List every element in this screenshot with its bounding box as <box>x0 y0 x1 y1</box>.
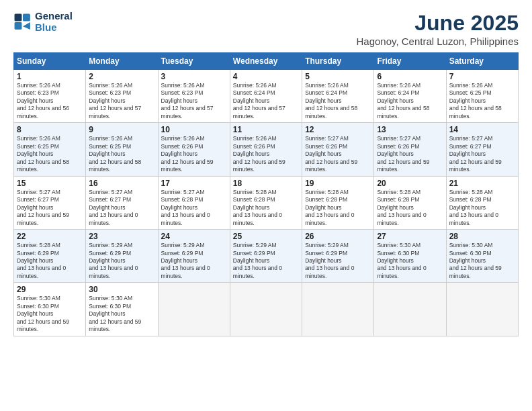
day-number: 23 <box>89 232 154 241</box>
calendar-cell <box>230 283 302 336</box>
calendar-week-row: 8 Sunrise: 5:26 AM Sunset: 6:25 PM Dayli… <box>14 123 519 176</box>
svg-marker-3 <box>23 22 30 30</box>
logo-icon <box>13 13 32 32</box>
calendar-cell: 24 Sunrise: 5:29 AM Sunset: 6:29 PM Dayl… <box>158 230 230 283</box>
calendar-cell: 11 Sunrise: 5:26 AM Sunset: 6:26 PM Dayl… <box>230 123 302 176</box>
cell-text: Sunrise: 5:29 AM Sunset: 6:29 PM Dayligh… <box>305 242 371 280</box>
cell-text: Sunrise: 5:26 AM Sunset: 6:23 PM Dayligh… <box>89 82 154 120</box>
day-number: 7 <box>449 72 515 81</box>
day-number: 16 <box>89 179 154 188</box>
col-sunday: Sunday <box>14 53 86 70</box>
svg-rect-1 <box>23 13 30 21</box>
day-number: 15 <box>17 179 83 188</box>
calendar-cell: 6 Sunrise: 5:26 AM Sunset: 6:24 PM Dayli… <box>374 70 446 123</box>
calendar-cell: 8 Sunrise: 5:26 AM Sunset: 6:25 PM Dayli… <box>14 123 86 176</box>
col-friday: Friday <box>374 53 446 70</box>
calendar-title: June 2025 <box>356 11 519 36</box>
svg-rect-2 <box>15 22 22 30</box>
logo-text: General Blue <box>35 11 73 33</box>
cell-text: Sunrise: 5:26 AM Sunset: 6:25 PM Dayligh… <box>17 135 83 173</box>
calendar-week-row: 15 Sunrise: 5:27 AM Sunset: 6:27 PM Dayl… <box>14 176 519 229</box>
calendar-cell: 14 Sunrise: 5:27 AM Sunset: 6:27 PM Dayl… <box>446 123 518 176</box>
calendar-cell: 2 Sunrise: 5:26 AM Sunset: 6:23 PM Dayli… <box>86 70 158 123</box>
calendar-cell: 10 Sunrise: 5:26 AM Sunset: 6:26 PM Dayl… <box>158 123 230 176</box>
day-number: 26 <box>305 232 371 241</box>
cell-text: Sunrise: 5:30 AM Sunset: 6:30 PM Dayligh… <box>449 242 515 280</box>
cell-text: Sunrise: 5:27 AM Sunset: 6:26 PM Dayligh… <box>305 135 371 173</box>
cell-text: Sunrise: 5:26 AM Sunset: 6:23 PM Dayligh… <box>17 82 83 120</box>
cell-text: Sunrise: 5:26 AM Sunset: 6:24 PM Dayligh… <box>233 82 299 120</box>
day-number: 17 <box>161 179 227 188</box>
day-number: 2 <box>89 72 154 81</box>
day-number: 5 <box>305 72 371 81</box>
day-number: 28 <box>449 232 515 241</box>
page: General Blue June 2025 Hagonoy, Central … <box>0 0 532 411</box>
calendar-cell: 17 Sunrise: 5:27 AM Sunset: 6:28 PM Dayl… <box>158 176 230 229</box>
logo: General Blue <box>13 11 73 33</box>
calendar-table: Sunday Monday Tuesday Wednesday Thursday… <box>13 52 519 336</box>
calendar-week-row: 22 Sunrise: 5:28 AM Sunset: 6:29 PM Dayl… <box>14 230 519 283</box>
cell-text: Sunrise: 5:28 AM Sunset: 6:29 PM Dayligh… <box>17 242 83 280</box>
day-number: 6 <box>377 72 443 81</box>
calendar-cell: 25 Sunrise: 5:29 AM Sunset: 6:29 PM Dayl… <box>230 230 302 283</box>
calendar-cell: 9 Sunrise: 5:26 AM Sunset: 6:25 PM Dayli… <box>86 123 158 176</box>
day-number: 9 <box>89 125 154 134</box>
day-number: 1 <box>17 72 83 81</box>
cell-text: Sunrise: 5:30 AM Sunset: 6:30 PM Dayligh… <box>89 295 154 333</box>
day-number: 12 <box>305 125 371 134</box>
calendar-cell: 12 Sunrise: 5:27 AM Sunset: 6:26 PM Dayl… <box>302 123 374 176</box>
day-number: 27 <box>377 232 443 241</box>
calendar-cell: 1 Sunrise: 5:26 AM Sunset: 6:23 PM Dayli… <box>14 70 86 123</box>
day-number: 30 <box>89 285 154 294</box>
calendar-cell <box>374 283 446 336</box>
calendar-cell: 29 Sunrise: 5:30 AM Sunset: 6:30 PM Dayl… <box>14 283 86 336</box>
day-number: 19 <box>305 179 371 188</box>
calendar-cell: 19 Sunrise: 5:28 AM Sunset: 6:28 PM Dayl… <box>302 176 374 229</box>
cell-text: Sunrise: 5:28 AM Sunset: 6:28 PM Dayligh… <box>233 189 299 227</box>
calendar-cell: 22 Sunrise: 5:28 AM Sunset: 6:29 PM Dayl… <box>14 230 86 283</box>
calendar-cell <box>158 283 230 336</box>
calendar-cell: 7 Sunrise: 5:26 AM Sunset: 6:25 PM Dayli… <box>446 70 518 123</box>
cell-text: Sunrise: 5:27 AM Sunset: 6:26 PM Dayligh… <box>377 135 443 173</box>
calendar-cell: 13 Sunrise: 5:27 AM Sunset: 6:26 PM Dayl… <box>374 123 446 176</box>
col-wednesday: Wednesday <box>230 53 302 70</box>
calendar-cell: 26 Sunrise: 5:29 AM Sunset: 6:29 PM Dayl… <box>302 230 374 283</box>
day-number: 13 <box>377 125 443 134</box>
cell-text: Sunrise: 5:27 AM Sunset: 6:27 PM Dayligh… <box>449 135 515 173</box>
cell-text: Sunrise: 5:29 AM Sunset: 6:29 PM Dayligh… <box>161 242 227 280</box>
calendar-cell <box>446 283 518 336</box>
calendar-subtitle: Hagonoy, Central Luzon, Philippines <box>356 36 519 47</box>
calendar-cell: 15 Sunrise: 5:27 AM Sunset: 6:27 PM Dayl… <box>14 176 86 229</box>
day-number: 11 <box>233 125 299 134</box>
title-block: June 2025 Hagonoy, Central Luzon, Philip… <box>356 11 519 47</box>
cell-text: Sunrise: 5:26 AM Sunset: 6:26 PM Dayligh… <box>233 135 299 173</box>
calendar-cell <box>302 283 374 336</box>
cell-text: Sunrise: 5:29 AM Sunset: 6:29 PM Dayligh… <box>89 242 154 280</box>
calendar-cell: 21 Sunrise: 5:28 AM Sunset: 6:28 PM Dayl… <box>446 176 518 229</box>
day-number: 18 <box>233 179 299 188</box>
cell-text: Sunrise: 5:27 AM Sunset: 6:27 PM Dayligh… <box>17 189 83 227</box>
calendar-cell: 5 Sunrise: 5:26 AM Sunset: 6:24 PM Dayli… <box>302 70 374 123</box>
calendar-cell: 28 Sunrise: 5:30 AM Sunset: 6:30 PM Dayl… <box>446 230 518 283</box>
cell-text: Sunrise: 5:26 AM Sunset: 6:25 PM Dayligh… <box>89 135 154 173</box>
day-number: 25 <box>233 232 299 241</box>
cell-text: Sunrise: 5:29 AM Sunset: 6:29 PM Dayligh… <box>233 242 299 280</box>
cell-text: Sunrise: 5:28 AM Sunset: 6:28 PM Dayligh… <box>377 189 443 227</box>
cell-text: Sunrise: 5:26 AM Sunset: 6:25 PM Dayligh… <box>449 82 515 120</box>
day-number: 3 <box>161 72 227 81</box>
col-saturday: Saturday <box>446 53 518 70</box>
day-number: 20 <box>377 179 443 188</box>
col-monday: Monday <box>86 53 158 70</box>
cell-text: Sunrise: 5:26 AM Sunset: 6:23 PM Dayligh… <box>161 82 227 120</box>
day-number: 10 <box>161 125 227 134</box>
calendar-cell: 23 Sunrise: 5:29 AM Sunset: 6:29 PM Dayl… <box>86 230 158 283</box>
calendar-week-row: 29 Sunrise: 5:30 AM Sunset: 6:30 PM Dayl… <box>14 283 519 336</box>
day-number: 8 <box>17 125 83 134</box>
cell-text: Sunrise: 5:28 AM Sunset: 6:28 PM Dayligh… <box>449 189 515 227</box>
col-tuesday: Tuesday <box>158 53 230 70</box>
day-number: 24 <box>161 232 227 241</box>
svg-rect-0 <box>15 13 22 21</box>
cell-text: Sunrise: 5:28 AM Sunset: 6:28 PM Dayligh… <box>305 189 371 227</box>
calendar-cell: 30 Sunrise: 5:30 AM Sunset: 6:30 PM Dayl… <box>86 283 158 336</box>
day-number: 21 <box>449 179 515 188</box>
